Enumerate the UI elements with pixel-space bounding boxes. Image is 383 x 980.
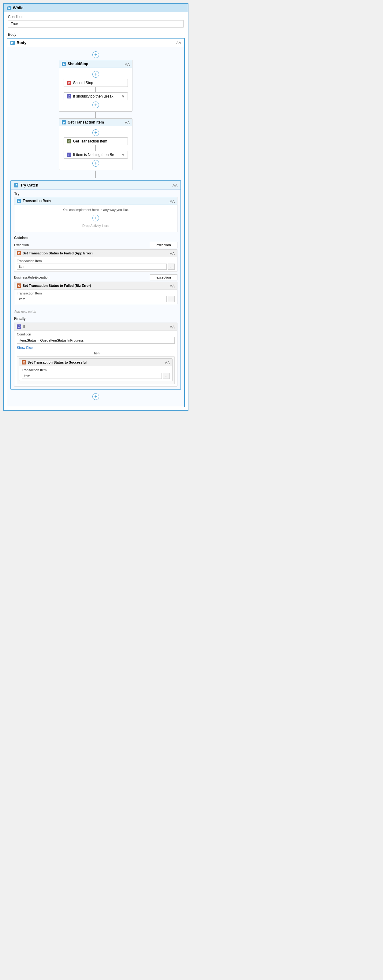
get-transaction-group: ▶ Get Transaction Item ⋀⋀ + ⚙ Get Transa… bbox=[59, 118, 132, 170]
if-title: If bbox=[22, 325, 25, 329]
then-label: Then bbox=[17, 352, 175, 355]
set-transaction-successful-header: ⚙ Set Transaction Status to Successful ⋀… bbox=[19, 359, 172, 366]
set-transaction-header-1: ⚙ Set Transaction Status to Failed (App … bbox=[14, 250, 177, 257]
if-condition-value[interactable]: item.Status = QueueItemStatus.InProgress bbox=[17, 337, 175, 344]
connector2 bbox=[96, 112, 96, 118]
should-stop-seq-icon: ▶ bbox=[62, 62, 66, 66]
catch-row-2: BusinessRuleException exception ⚙ Set Tr… bbox=[14, 274, 177, 304]
add-btn-top[interactable]: + bbox=[93, 51, 99, 58]
transaction-item-btn-3[interactable]: ... bbox=[163, 373, 170, 379]
set-transaction-successful-icon: ⚙ bbox=[22, 360, 26, 364]
add-btn-tb[interactable]: + bbox=[93, 215, 99, 221]
transaction-item-input-3[interactable]: item bbox=[22, 373, 162, 379]
get-transaction-group-content: + ⚙ Get Transaction Item ⬡ If item is No… bbox=[59, 126, 132, 170]
body-section: ▶ Body ⋀⋀ + ▶ ShouldStop ⋀⋀ bbox=[7, 38, 185, 407]
body-header-left: ▶ Body bbox=[10, 40, 27, 45]
add-btn-ss2[interactable]: + bbox=[93, 102, 99, 108]
should-stop-group: ▶ ShouldStop ⋀⋀ + ⟳ Should Stop ⬡ bbox=[59, 60, 132, 111]
if-item-expand-icon[interactable]: ∨ bbox=[122, 153, 124, 157]
try-inner: ▶ Transaction Body ⋀⋀ You can implement … bbox=[14, 197, 177, 232]
show-else-link[interactable]: Show Else bbox=[17, 346, 33, 350]
add-btn-gt1[interactable]: + bbox=[93, 129, 99, 136]
get-transaction-group-header-left: ▶ Get Transaction Item bbox=[62, 120, 104, 124]
get-transaction-title: Get Transaction Item bbox=[68, 120, 104, 124]
connector3 bbox=[96, 145, 96, 151]
body-label: Body bbox=[4, 30, 188, 38]
set-transaction-collapse-1[interactable]: ⋀⋀ bbox=[170, 251, 175, 255]
should-stop-title: ShouldStop bbox=[68, 62, 88, 66]
body-header: ▶ Body ⋀⋀ bbox=[7, 38, 184, 47]
exception-value-2: exception bbox=[150, 274, 177, 280]
set-transaction-icon-1: ⚙ bbox=[17, 251, 21, 255]
field-row-2: item ... bbox=[17, 296, 175, 302]
if-collapse-icon[interactable]: ⋀⋀ bbox=[170, 325, 175, 328]
while-icon: W bbox=[7, 6, 11, 10]
transaction-item-label-2: Transaction Item bbox=[17, 291, 175, 295]
try-catch-collapse-icon[interactable]: ⋀⋀ bbox=[172, 183, 177, 187]
drop-zone: Drop Activity Here bbox=[81, 223, 110, 229]
body-collapse-icon[interactable]: ⋀⋀ bbox=[176, 41, 181, 45]
transaction-body-header: ▶ Transaction Body ⋀⋀ bbox=[14, 197, 177, 205]
if-item-activity[interactable]: ⬡ If item is Nothing then Bre ∨ bbox=[64, 151, 128, 159]
then-content: ⚙ Set Transaction Status to Successful ⋀… bbox=[17, 356, 175, 384]
add-btn-bottom[interactable]: + bbox=[93, 393, 99, 400]
transaction-body-header-left: ▶ Transaction Body bbox=[17, 199, 51, 203]
if-shouldstop-activity[interactable]: ⬡ If shouldStop then Break ∨ bbox=[64, 92, 128, 100]
transaction-body-title: Transaction Body bbox=[22, 199, 51, 203]
if-shouldstop-expand-icon[interactable]: ∨ bbox=[122, 94, 124, 99]
while-title: While bbox=[13, 5, 24, 10]
add-btn-ss1[interactable]: + bbox=[93, 71, 99, 78]
if-header: ⬡ If ⋀⋀ bbox=[14, 323, 177, 331]
should-stop-activity[interactable]: ⟳ Should Stop bbox=[64, 79, 128, 87]
condition-value[interactable]: True bbox=[8, 20, 184, 27]
finally-label: Finally bbox=[14, 317, 177, 321]
should-stop-group-header: ▶ ShouldStop ⋀⋀ bbox=[59, 60, 132, 68]
transaction-item-btn-2[interactable]: ... bbox=[168, 296, 175, 302]
should-stop-collapse-icon[interactable]: ⋀⋀ bbox=[125, 62, 130, 66]
implement-text: You can implement here in any way you li… bbox=[63, 208, 129, 212]
try-catch-header: ⚑ Try Catch ⋀⋀ bbox=[11, 181, 180, 189]
transaction-body-collapse[interactable]: ⋀⋀ bbox=[170, 199, 175, 203]
exception-value-1: exception bbox=[150, 242, 177, 248]
body-title: Body bbox=[16, 40, 27, 45]
if-container: ⬡ If ⋀⋀ Condition item.Status = QueueIte… bbox=[14, 323, 177, 387]
transaction-item-label-1: Transaction Item bbox=[17, 259, 175, 262]
try-catch-icon: ⚑ bbox=[14, 183, 18, 188]
set-transaction-header-2: ⚙ Set Transaction Status to Failed (Biz … bbox=[14, 282, 177, 290]
set-transaction-icon-2: ⚙ bbox=[17, 283, 21, 288]
exception-label-2: BusinessRuleException bbox=[14, 275, 49, 279]
transaction-item-input-2[interactable]: item bbox=[17, 296, 167, 302]
set-transaction-collapse-2[interactable]: ⋀⋀ bbox=[170, 284, 175, 288]
set-transaction-successful-collapse[interactable]: ⋀⋀ bbox=[165, 361, 170, 364]
if-item-icon: ⬡ bbox=[67, 153, 71, 157]
condition-label: Condition bbox=[4, 12, 188, 20]
should-stop-group-content: + ⟳ Should Stop ⬡ If shouldStop then Bre… bbox=[59, 68, 132, 111]
get-transaction-label: Get Transaction Item bbox=[73, 139, 107, 143]
get-transaction-collapse-icon[interactable]: ⋀⋀ bbox=[125, 121, 130, 124]
set-transaction-body-2: Transaction Item item ... bbox=[14, 290, 177, 304]
try-catch-title: Try Catch bbox=[20, 183, 38, 188]
field-row-1: item ... bbox=[17, 264, 175, 270]
transaction-item-input-1[interactable]: item bbox=[17, 264, 167, 270]
if-shouldstop-label: If shouldStop then Break bbox=[73, 94, 113, 99]
body-container: ▶ Body ⋀⋀ + ▶ ShouldStop ⋀⋀ bbox=[7, 38, 185, 407]
set-transaction-successful-title: Set Transaction Status to Successful bbox=[27, 361, 86, 364]
body-content: + ▶ ShouldStop ⋀⋀ + ⟳ Should bbox=[7, 47, 184, 407]
if-condition-label: Condition bbox=[17, 332, 175, 336]
add-new-catch[interactable]: Add new catch bbox=[11, 308, 180, 315]
connector4 bbox=[96, 170, 96, 178]
transaction-item-btn-1[interactable]: ... bbox=[168, 264, 175, 270]
catches-label: Catches bbox=[14, 236, 177, 240]
catch-row-1: Exception exception ⚙ Set Transaction St… bbox=[14, 242, 177, 272]
try-label: Try bbox=[11, 189, 180, 197]
add-btn-gt2[interactable]: + bbox=[93, 160, 99, 167]
field-row-3: item ... bbox=[22, 373, 170, 379]
set-transaction-title-2: Set Transaction Status to Failed (Biz Er… bbox=[22, 284, 91, 288]
try-catch-container: ⚑ Try Catch ⋀⋀ Try ▶ Transaction Body bbox=[10, 180, 181, 390]
while-header: W While bbox=[4, 4, 188, 12]
get-transaction-activity[interactable]: ⚙ Get Transaction Item bbox=[64, 137, 128, 145]
should-stop-group-header-left: ▶ ShouldStop bbox=[62, 62, 88, 66]
if-body: Condition item.Status = QueueItemStatus.… bbox=[14, 331, 177, 386]
set-transaction-header-left-2: ⚙ Set Transaction Status to Failed (Biz … bbox=[17, 283, 91, 288]
set-transaction-1: ⚙ Set Transaction Status to Failed (App … bbox=[14, 249, 177, 272]
